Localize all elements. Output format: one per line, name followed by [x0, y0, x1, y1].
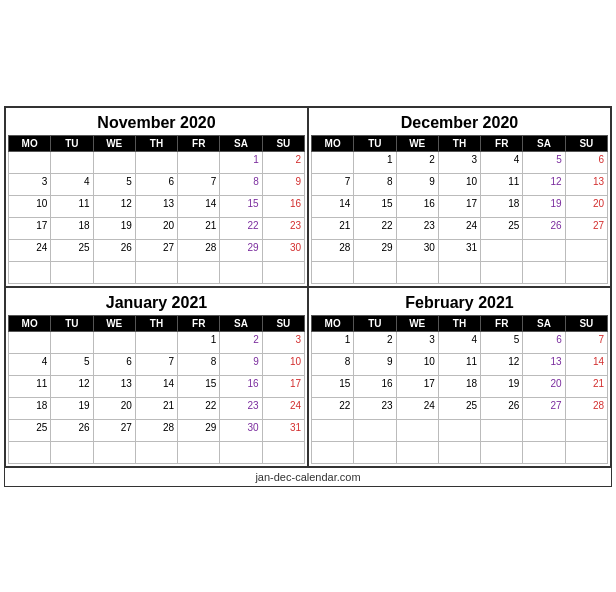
day-cell: 19	[51, 397, 93, 419]
day-cell: 1	[312, 331, 354, 353]
day-header-WE: WE	[93, 135, 135, 151]
day-cell: 11	[438, 353, 480, 375]
day-cell	[312, 151, 354, 173]
day-cell	[178, 261, 220, 283]
day-cell: 7	[565, 331, 607, 353]
day-cell: 27	[93, 419, 135, 441]
day-header-MO: MO	[9, 135, 51, 151]
day-cell: 25	[481, 217, 523, 239]
day-cell: 1	[220, 151, 262, 173]
day-cell: 20	[135, 217, 177, 239]
day-cell	[565, 441, 607, 463]
day-cell: 12	[523, 173, 565, 195]
day-cell	[523, 441, 565, 463]
day-cell: 30	[220, 419, 262, 441]
day-cell: 19	[93, 217, 135, 239]
day-cell: 3	[396, 331, 438, 353]
day-cell: 10	[438, 173, 480, 195]
day-cell: 6	[93, 353, 135, 375]
calendar-feb2021: February 2021MOTUWETHFRSASU1234567891011…	[308, 287, 611, 467]
day-cell	[312, 261, 354, 283]
day-cell: 12	[93, 195, 135, 217]
day-cell	[51, 441, 93, 463]
day-cell: 13	[93, 375, 135, 397]
day-cell: 10	[396, 353, 438, 375]
day-cell	[93, 261, 135, 283]
day-cell: 2	[396, 151, 438, 173]
day-cell: 8	[312, 353, 354, 375]
day-cell: 22	[178, 397, 220, 419]
day-cell: 20	[523, 375, 565, 397]
day-cell	[438, 261, 480, 283]
day-header-WE: WE	[396, 135, 438, 151]
day-cell: 27	[523, 397, 565, 419]
calendar-grid: November 2020MOTUWETHFRSASU1234567891011…	[4, 106, 612, 468]
day-cell: 23	[354, 397, 396, 419]
day-cell: 14	[135, 375, 177, 397]
day-header-WE: WE	[396, 315, 438, 331]
day-cell: 30	[396, 239, 438, 261]
day-header-TH: TH	[438, 315, 480, 331]
day-cell: 10	[9, 195, 51, 217]
day-cell: 5	[481, 331, 523, 353]
day-cell: 22	[312, 397, 354, 419]
day-cell: 12	[51, 375, 93, 397]
day-cell: 8	[178, 353, 220, 375]
day-cell: 5	[523, 151, 565, 173]
calendar-title-dec2020: December 2020	[311, 110, 608, 135]
day-cell: 14	[312, 195, 354, 217]
day-cell: 16	[262, 195, 304, 217]
calendar-jan2021: January 2021MOTUWETHFRSASU12345678910111…	[5, 287, 308, 467]
day-cell	[523, 419, 565, 441]
day-cell: 28	[135, 419, 177, 441]
day-header-TH: TH	[135, 315, 177, 331]
day-cell	[438, 441, 480, 463]
day-cell	[312, 419, 354, 441]
day-cell: 26	[51, 419, 93, 441]
day-cell: 29	[354, 239, 396, 261]
day-cell: 5	[93, 173, 135, 195]
day-cell: 7	[135, 353, 177, 375]
day-cell: 14	[565, 353, 607, 375]
day-cell: 15	[178, 375, 220, 397]
day-cell: 1	[178, 331, 220, 353]
day-cell	[135, 331, 177, 353]
day-header-MO: MO	[312, 315, 354, 331]
day-cell: 1	[354, 151, 396, 173]
day-header-MO: MO	[9, 315, 51, 331]
day-cell: 16	[354, 375, 396, 397]
day-cell	[523, 261, 565, 283]
day-cell	[51, 261, 93, 283]
day-header-SA: SA	[220, 315, 262, 331]
calendar-dec2020: December 2020MOTUWETHFRSASU1234567891011…	[308, 107, 611, 287]
day-header-WE: WE	[93, 315, 135, 331]
day-header-TU: TU	[354, 315, 396, 331]
day-header-TU: TU	[51, 315, 93, 331]
day-cell: 4	[51, 173, 93, 195]
day-cell: 23	[220, 397, 262, 419]
calendar-nov2020: November 2020MOTUWETHFRSASU1234567891011…	[5, 107, 308, 287]
day-cell: 31	[262, 419, 304, 441]
day-cell: 6	[135, 173, 177, 195]
day-header-SU: SU	[262, 135, 304, 151]
day-cell: 30	[262, 239, 304, 261]
day-cell: 21	[565, 375, 607, 397]
day-cell	[135, 441, 177, 463]
day-cell: 18	[51, 217, 93, 239]
day-cell: 24	[396, 397, 438, 419]
day-cell: 18	[481, 195, 523, 217]
day-header-FR: FR	[178, 315, 220, 331]
day-cell	[51, 331, 93, 353]
day-cell: 3	[438, 151, 480, 173]
day-cell	[9, 151, 51, 173]
day-cell: 15	[312, 375, 354, 397]
day-header-MO: MO	[312, 135, 354, 151]
day-cell: 15	[220, 195, 262, 217]
day-cell: 9	[354, 353, 396, 375]
day-cell	[51, 151, 93, 173]
calendar-title-nov2020: November 2020	[8, 110, 305, 135]
day-cell: 4	[9, 353, 51, 375]
day-cell: 2	[262, 151, 304, 173]
day-cell: 12	[481, 353, 523, 375]
day-cell: 2	[354, 331, 396, 353]
